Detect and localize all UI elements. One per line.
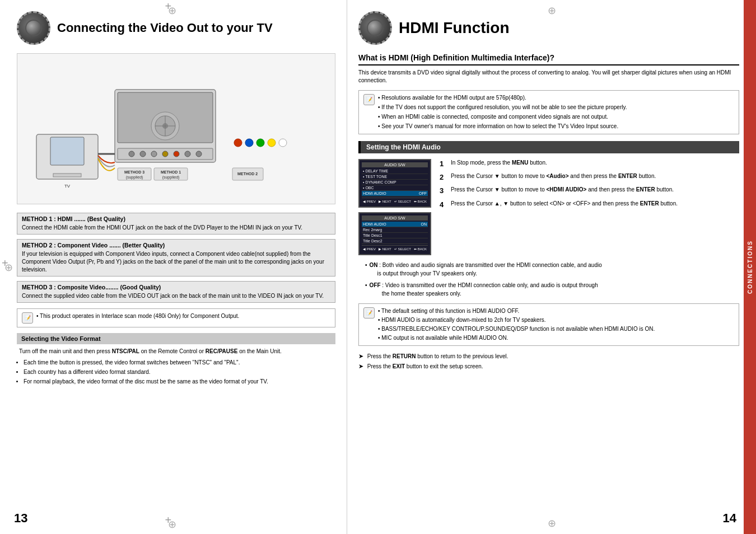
setting-hdmi-audio-title: Setting the HDMI Audio xyxy=(358,141,739,153)
crosshair-bottom-right: ⊕ xyxy=(548,517,556,530)
svg-point-22 xyxy=(268,139,276,147)
screen-row-rec: Rec 2marg xyxy=(362,227,428,233)
svg-text:METHOD 3: METHOD 3 xyxy=(124,170,144,174)
crosshair-mid-left: ⊕ xyxy=(4,261,16,273)
svg-point-13 xyxy=(196,151,202,157)
svg-text:(supplied): (supplied) xyxy=(162,175,179,180)
on-note: • ON : Both video and audio signals are … xyxy=(365,261,739,278)
bottom-note-2: • HDMI AUDIO is automatically down-mixed… xyxy=(378,316,655,324)
svg-text:METHOD 2: METHOD 2 xyxy=(237,172,257,176)
screen-mockup-2: AUDIO S/W HDMI AUDIOON Rec 2marg Title D… xyxy=(358,212,431,255)
method3-box: METHOD 3 : Composite Video........ (Good… xyxy=(17,281,335,303)
page-number-right: 14 xyxy=(723,511,736,526)
bottom-notes-list: • The default setting of this function i… xyxy=(378,307,655,342)
hdmi-note-4: • See your TV owner's manual for more in… xyxy=(378,123,627,130)
method1-text: Connect the HDMI cable from the HDMI OUT… xyxy=(22,224,330,232)
screen-row-title1: Title Desc1 xyxy=(362,233,428,238)
crosshair-top-left: ⊕ xyxy=(168,4,179,16)
off-note-text: OFF : Video is transmitted over the HDMI… xyxy=(370,281,598,298)
svg-point-10 xyxy=(162,151,168,157)
right-page-title: HDMI Function xyxy=(399,19,510,37)
left-page-header: Connecting the Video Out to your TV xyxy=(17,11,335,45)
svg-point-7 xyxy=(129,151,134,157)
step-4-text: Press the Cursor ▲, ▼ button to select <… xyxy=(451,200,678,208)
step-3-text: Press the Cursor ▼ button to move to <HD… xyxy=(451,186,674,194)
screen-row-obc: • OBC xyxy=(362,185,428,191)
hdmi-note-2: • If the TV does not support the configu… xyxy=(378,104,627,111)
bottom-notes-box: 📝 • The default setting of this function… xyxy=(358,303,739,346)
return-arrow: ➤ xyxy=(358,353,363,359)
on-bullet: • xyxy=(365,261,367,269)
component-note-box: 📝 • This product operates in Interlace s… xyxy=(17,308,335,327)
diagram-svg: TV xyxy=(20,56,333,202)
method3-text: Connect the supplied video cable from th… xyxy=(22,292,330,300)
step-1: 1 In Stop mode, press the MENU button. xyxy=(440,159,739,169)
hdmi-notes-list: • Resolutions available for the HDMI out… xyxy=(378,94,627,130)
step-2-text: Press the Cursor ▼ button to move to <Au… xyxy=(451,172,656,180)
step-2-number: 2 xyxy=(440,172,447,182)
screen-row-dynamic: • DYNAMIC COMP xyxy=(362,180,428,185)
crosshair-bottom-left: ⊕ xyxy=(168,518,179,530)
hdmi-note-3: • When an HDMI cable is connected, compo… xyxy=(378,113,627,121)
screen-mockup-1: AUDIO S/W • DELAY TIME • TEST TONE • DYN… xyxy=(358,159,431,208)
page-number-left: 13 xyxy=(14,511,27,526)
component-note-text: • This product operates in Interlace sca… xyxy=(36,312,239,320)
screen-row-hdmi-audio-2: HDMI AUDIOON xyxy=(362,222,428,227)
step-4: 4 Press the Cursor ▲, ▼ button to select… xyxy=(440,200,739,210)
selecting-intro: Turn off the main unit and then press NT… xyxy=(17,348,335,355)
bottom-note-icon: 📝 xyxy=(363,307,375,318)
svg-point-19 xyxy=(234,139,242,147)
method1-box: METHOD 1 : HDMI ....... (Best Quality) C… xyxy=(17,213,335,235)
what-is-hdmi-title: What is HDMI (High Definition Multimedia… xyxy=(358,53,739,65)
svg-point-11 xyxy=(174,151,179,157)
svg-rect-2 xyxy=(53,174,81,177)
screen-mockups: AUDIO S/W • DELAY TIME • TEST TONE • DYN… xyxy=(358,159,431,255)
step-3-number: 3 xyxy=(440,186,447,196)
right-page: ⊕ ⊕ HDMI Function What is HDMI (High Def… xyxy=(347,0,756,534)
selecting-section: Selecting the Video Format Turn off the … xyxy=(17,333,335,386)
method2-text: If your television is equipped with Comp… xyxy=(22,250,330,274)
screen-row-delay: • DELAY TIME xyxy=(362,168,428,174)
exit-text: Press the EXIT button to exit the setup … xyxy=(367,363,483,369)
hdmi-note-1: • Resolutions available for the HDMI out… xyxy=(378,94,627,102)
return-exit-section: ➤ Press the RETURN button to return to t… xyxy=(358,352,739,371)
dvd-lens-icon-left xyxy=(17,11,50,45)
left-page: ⊕ ⊕ ⊕ Connecting the Video Out to your T… xyxy=(0,0,347,534)
selecting-bullet-2: Each country has a different video forma… xyxy=(24,368,335,376)
step-3: 3 Press the Cursor ▼ button to move to <… xyxy=(440,186,739,196)
off-bullet: • xyxy=(365,281,367,289)
dvd-lens-icon-right xyxy=(358,11,392,45)
step-1-text: In Stop mode, press the MENU button. xyxy=(451,159,547,167)
screen-mockup-2-title: AUDIO S/W xyxy=(362,216,428,221)
selecting-section-title: Selecting the Video Format xyxy=(17,333,335,344)
hdmi-steps-container: AUDIO S/W • DELAY TIME • TEST TONE • DYN… xyxy=(358,159,739,255)
bottom-note-1: • The default setting of this function i… xyxy=(378,307,655,315)
exit-line: ➤ Press the EXIT button to exit the setu… xyxy=(358,362,739,372)
svg-point-21 xyxy=(256,139,264,147)
svg-text:(supplied): (supplied) xyxy=(125,175,143,180)
return-text: Press the RETURN button to return to the… xyxy=(367,353,508,359)
screen-row-title2: Title Desc2 xyxy=(362,238,428,244)
off-note: • OFF : Video is transmitted over the HD… xyxy=(365,281,739,298)
steps-list: 1 In Stop mode, press the MENU button. 2… xyxy=(440,159,739,255)
left-page-title: Connecting the Video Out to your TV xyxy=(57,21,273,35)
method2-title: METHOD 2 : Component Video ....... (Bett… xyxy=(22,242,330,249)
svg-point-23 xyxy=(279,139,287,147)
sidebar-connections: CONNECTIONS xyxy=(744,0,756,534)
screen-row-hdmi-audio: HDMI AUDIOOFF xyxy=(362,191,428,196)
hdmi-note-icon: 📝 xyxy=(363,94,375,105)
bottom-note-4: • MIC output is not available while HDMI… xyxy=(378,334,655,342)
step-4-number: 4 xyxy=(440,200,447,210)
on-note-text: ON : Both video and audio signals are tr… xyxy=(370,261,602,278)
svg-point-20 xyxy=(245,139,253,147)
selecting-bullet-3: For normal playback, the video format of… xyxy=(24,377,335,386)
on-off-notes: • ON : Both video and audio signals are … xyxy=(358,261,739,298)
screen-mockup-1-title: AUDIO S/W xyxy=(362,162,428,167)
selecting-bullet-1: Each time the button is pressed, the vid… xyxy=(24,358,335,367)
exit-arrow: ➤ xyxy=(358,363,363,369)
sidebar-label: CONNECTIONS xyxy=(747,240,753,294)
selecting-bullets: Each time the button is pressed, the vid… xyxy=(17,358,335,386)
note-icon: 📝 xyxy=(22,312,33,324)
svg-point-9 xyxy=(151,151,157,157)
what-is-hdmi-section: What is HDMI (High Definition Multimedia… xyxy=(358,53,739,85)
